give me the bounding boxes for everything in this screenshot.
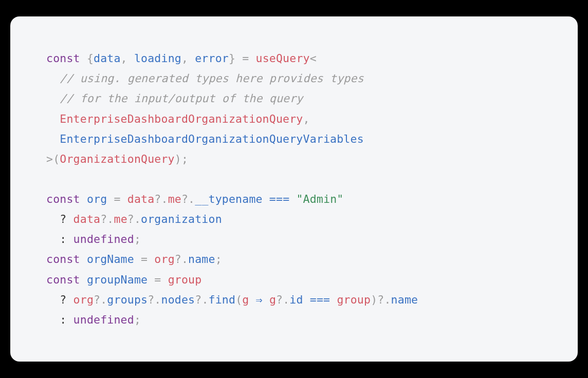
method-find: find <box>209 293 236 306</box>
identifier-loading: loading <box>134 52 181 65</box>
operator-strict-eq: === <box>269 193 289 205</box>
indent <box>46 112 60 125</box>
identifier-id: id <box>289 293 303 306</box>
paren-close-semi: ); <box>175 153 188 165</box>
identifier-nodes: nodes <box>161 293 195 306</box>
optional-chain: ?. <box>100 213 114 225</box>
identifier-groupName: groupName <box>87 273 148 286</box>
type-name: EnterpriseDashboardOrganizationQuery <box>60 112 303 125</box>
identifier-name: name <box>188 253 215 266</box>
identifier-org: org <box>154 253 174 266</box>
space <box>66 293 73 306</box>
identifier-g: g <box>269 293 276 306</box>
space <box>80 273 87 286</box>
code-content: const {data, loading, error} = useQuery<… <box>46 52 418 326</box>
equals: = <box>148 273 168 286</box>
keyword-const: const <box>46 253 80 266</box>
brace-open: { <box>80 52 94 65</box>
indent <box>46 313 60 326</box>
ternary-colon: : <box>60 233 66 245</box>
type-name: EnterpriseDashboardOrganizationQueryVari… <box>60 133 363 145</box>
paren-open: ( <box>235 293 242 306</box>
comment: // using. generated types here provides … <box>60 72 363 85</box>
comment: // for the input/output of the query <box>60 92 303 105</box>
operator-strict-eq: === <box>310 293 330 306</box>
indent <box>46 72 60 85</box>
string-literal: "Admin" <box>296 193 343 205</box>
space <box>289 193 296 205</box>
indent <box>46 293 60 306</box>
optional-chain: ?. <box>195 293 208 306</box>
space <box>66 313 73 326</box>
space <box>303 293 310 306</box>
ternary-q: ? <box>60 213 66 225</box>
paren-close: ) <box>371 293 377 306</box>
keyword-const: const <box>46 273 80 286</box>
equals: = <box>107 193 127 205</box>
optional-chain: ?. <box>148 293 161 306</box>
space <box>330 293 337 306</box>
arrow-operator: ⇒ <box>256 293 263 306</box>
comma: , <box>181 52 195 65</box>
space <box>80 253 87 266</box>
space <box>249 293 255 306</box>
space <box>80 193 87 205</box>
identifier-arg: OrganizationQuery <box>60 153 174 165</box>
keyword-const: const <box>46 193 80 205</box>
identifier-error: error <box>195 52 229 65</box>
identifier-typename: __typename <box>195 193 262 205</box>
optional-chain: ?. <box>276 293 289 306</box>
ternary-colon: : <box>60 313 66 326</box>
equals: = <box>134 253 154 266</box>
optional-chain: ?. <box>181 193 195 205</box>
keyword-const: const <box>46 52 80 65</box>
keyword-undefined: undefined <box>74 313 134 326</box>
indent <box>46 233 60 245</box>
comma: , <box>121 52 134 65</box>
angle-open: < <box>310 52 317 65</box>
ternary-q: ? <box>60 293 66 306</box>
angle-close-paren: >( <box>46 153 60 165</box>
optional-chain: ?. <box>175 253 188 266</box>
optional-chain: ?. <box>154 193 168 205</box>
semicolon: ; <box>134 313 141 326</box>
equals: = <box>242 52 255 65</box>
indent <box>46 213 60 225</box>
optional-chain: ?. <box>94 293 107 306</box>
code-snippet-card: const {data, loading, error} = useQuery<… <box>10 16 578 362</box>
indent <box>46 92 60 105</box>
brace-close: } <box>229 52 242 65</box>
identifier-data: data <box>94 52 121 65</box>
optional-chain: ?. <box>127 213 141 225</box>
semicolon: ; <box>134 233 141 245</box>
optional-chain: ?. <box>377 293 391 306</box>
space <box>66 213 73 225</box>
identifier-name: name <box>391 293 418 306</box>
identifier-me: me <box>114 213 127 225</box>
identifier-data: data <box>127 193 155 205</box>
space <box>263 293 269 306</box>
identifier-organization: organization <box>141 213 222 225</box>
identifier-orgName: orgName <box>87 253 134 266</box>
comma: , <box>303 112 309 125</box>
identifier-org: org <box>74 293 94 306</box>
identifier-data: data <box>74 213 101 225</box>
identifier-org: org <box>87 193 107 205</box>
identifier-me: me <box>168 193 181 205</box>
keyword-undefined: undefined <box>74 233 134 245</box>
semicolon: ; <box>215 253 222 266</box>
identifier-group: group <box>168 273 202 286</box>
identifier-groups: groups <box>107 293 148 306</box>
blank-line <box>46 173 53 185</box>
space <box>263 193 269 205</box>
function-useQuery: useQuery <box>256 52 310 65</box>
code-block: const {data, loading, error} = useQuery<… <box>46 48 542 330</box>
identifier-g: g <box>242 293 249 306</box>
identifier-group: group <box>337 293 371 306</box>
indent <box>46 133 60 145</box>
space <box>66 233 73 245</box>
